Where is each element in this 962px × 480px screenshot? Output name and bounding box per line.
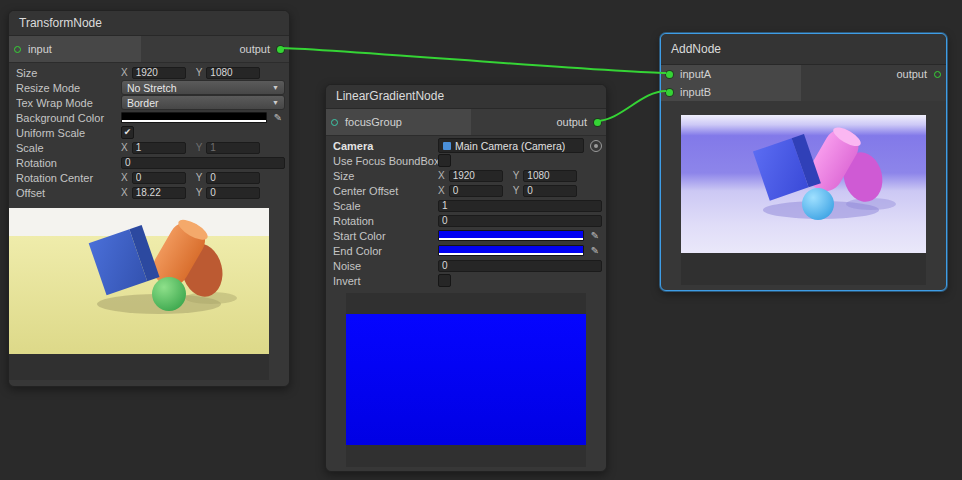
size-y-field[interactable] xyxy=(523,170,577,182)
end-color-label: End Color xyxy=(333,245,438,257)
tex-wrap-mode-dropdown[interactable]: Border ▼ xyxy=(121,95,285,110)
add-node[interactable]: AddNode inputA output inputB xyxy=(660,33,947,291)
uniform-scale-row: Uniform Scale ✔ xyxy=(9,125,289,140)
rotation-center-x-field[interactable] xyxy=(132,172,186,184)
size-x-field[interactable] xyxy=(132,67,186,79)
offset-label: Offset xyxy=(16,187,121,199)
invert-label: Invert xyxy=(333,275,438,287)
scale-row: Scale xyxy=(326,198,606,213)
start-color-label: Start Color xyxy=(333,230,438,242)
scale-x-field[interactable] xyxy=(132,142,186,154)
add-port-row-b: inputB xyxy=(661,83,946,101)
x-axis-label: X xyxy=(438,185,445,196)
scale-field[interactable] xyxy=(438,200,602,212)
camera-object-field[interactable]: Main Camera (Camera) xyxy=(438,138,584,153)
output-port-label: output xyxy=(896,68,927,80)
noise-label: Noise xyxy=(333,260,438,272)
add-node-title[interactable]: AddNode xyxy=(661,34,946,65)
x-axis-label: X xyxy=(121,187,128,198)
transform-node-title[interactable]: TransformNode xyxy=(9,11,289,36)
tex-wrap-mode-row: Tex Wrap Mode Border ▼ xyxy=(9,95,289,110)
inputa-port-label: inputA xyxy=(680,68,711,80)
rotation-field[interactable] xyxy=(121,157,285,169)
inputa-port-icon[interactable] xyxy=(666,71,673,78)
tex-wrap-mode-label: Tex Wrap Mode xyxy=(16,97,121,109)
linear-gradient-output-port[interactable]: output xyxy=(556,116,606,128)
y-axis-label: Y xyxy=(196,142,203,153)
invert-checkbox[interactable] xyxy=(438,274,451,287)
edge-transform-output-to-addnode-inputa[interactable] xyxy=(280,48,666,73)
offset-y-field[interactable] xyxy=(206,187,260,199)
scale-row: Scale X Y xyxy=(9,140,289,155)
y-axis-label: Y xyxy=(196,172,203,183)
transform-port-row: input output xyxy=(9,36,289,63)
camera-object-icon xyxy=(443,142,451,150)
size-row: Size X Y xyxy=(9,65,289,80)
add-preview-image xyxy=(681,115,926,253)
inputb-port[interactable]: inputB xyxy=(661,83,801,101)
camera-object-name: Main Camera (Camera) xyxy=(455,140,565,152)
rotation-row: Rotation xyxy=(326,213,606,228)
background-color-label: Background Color xyxy=(16,112,121,124)
resize-mode-value: No Stretch xyxy=(127,82,177,94)
input-port-icon[interactable] xyxy=(14,46,21,53)
eyedropper-icon[interactable]: ✎ xyxy=(271,113,285,123)
start-color-swatch[interactable] xyxy=(438,230,584,241)
linear-gradient-node[interactable]: LinearGradientNode focusGroup output Cam… xyxy=(325,84,607,472)
size-x-field[interactable] xyxy=(449,170,503,182)
size-y-field[interactable] xyxy=(206,67,260,79)
linear-gradient-node-title[interactable]: LinearGradientNode xyxy=(326,85,606,109)
transform-properties: Size X Y Resize Mode No Stretch ▼ Tex Wr… xyxy=(9,63,289,200)
check-icon: ✔ xyxy=(124,128,132,137)
center-offset-x-field[interactable] xyxy=(449,185,503,197)
focusgroup-port-icon[interactable] xyxy=(331,119,338,126)
resize-mode-dropdown[interactable]: No Stretch ▼ xyxy=(121,80,285,95)
linear-gradient-properties: Camera Main Camera (Camera) Use Focus Bo… xyxy=(326,136,606,288)
use-focus-boundbox-checkbox[interactable] xyxy=(438,154,451,167)
center-offset-y-field[interactable] xyxy=(523,185,577,197)
y-axis-label: Y xyxy=(196,187,203,198)
end-color-swatch[interactable] xyxy=(438,245,584,256)
transform-output-port[interactable]: output xyxy=(239,43,289,55)
rotation-label: Rotation xyxy=(16,157,121,169)
output-port-icon[interactable] xyxy=(934,71,941,78)
inputb-port-label: inputB xyxy=(680,86,711,98)
linear-gradient-node-preview xyxy=(346,293,586,467)
y-axis-label: Y xyxy=(196,67,203,78)
offset-row: Offset X Y xyxy=(9,185,289,200)
inputa-port[interactable]: inputA xyxy=(661,65,801,83)
rotation-label: Rotation xyxy=(333,215,438,227)
rotation-center-y-field[interactable] xyxy=(206,172,260,184)
eyedropper-icon[interactable]: ✎ xyxy=(588,231,602,241)
scale-y-field[interactable] xyxy=(206,142,260,154)
resize-mode-row: Resize Mode No Stretch ▼ xyxy=(9,80,289,95)
noise-row: Noise xyxy=(326,258,606,273)
transform-input-port[interactable]: input xyxy=(9,36,141,62)
inputb-port-icon[interactable] xyxy=(666,89,673,96)
focusgroup-input-port[interactable]: focusGroup xyxy=(326,109,471,135)
background-color-row: Background Color ✎ xyxy=(9,110,289,125)
transform-node[interactable]: TransformNode input output Size X Y Resi… xyxy=(8,10,290,387)
x-axis-label: X xyxy=(438,170,445,181)
x-axis-label: X xyxy=(121,67,128,78)
chevron-down-icon: ▼ xyxy=(272,99,279,106)
offset-x-field[interactable] xyxy=(132,187,186,199)
scale-label: Scale xyxy=(333,200,438,212)
gradient-preview-image xyxy=(346,314,586,445)
eyedropper-icon[interactable]: ✎ xyxy=(588,246,602,256)
add-output-port[interactable]: output xyxy=(896,68,946,80)
rotation-field[interactable] xyxy=(438,215,602,227)
camera-label: Camera xyxy=(333,140,438,152)
transform-preview-image xyxy=(9,208,269,354)
tex-wrap-mode-value: Border xyxy=(127,97,159,109)
output-port-icon[interactable] xyxy=(594,119,601,126)
rotation-row: Rotation xyxy=(9,155,289,170)
object-picker-icon[interactable] xyxy=(590,140,602,152)
background-color-swatch[interactable] xyxy=(121,112,267,123)
uniform-scale-checkbox[interactable]: ✔ xyxy=(121,126,134,139)
use-focus-boundbox-label: Use Focus BoundBox xyxy=(333,155,438,167)
noise-field[interactable] xyxy=(438,260,602,272)
output-port-icon[interactable] xyxy=(277,46,284,53)
resize-mode-label: Resize Mode xyxy=(16,82,121,94)
end-color-row: End Color ✎ xyxy=(326,243,606,258)
